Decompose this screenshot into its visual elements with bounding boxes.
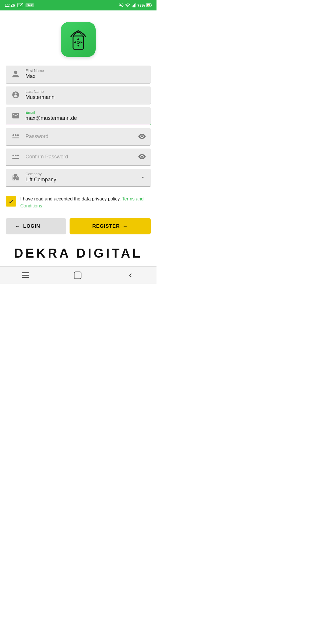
confirm-eye-icon[interactable] <box>138 153 146 161</box>
svg-rect-3 <box>134 4 135 8</box>
status-bar-right: 78% ⚡ <box>119 3 152 8</box>
wifi-icon <box>125 3 130 8</box>
svg-rect-0 <box>18 3 23 7</box>
buttons-area: ← LOGIN REGISTER → <box>0 212 156 237</box>
home-icon[interactable] <box>73 271 82 280</box>
svg-point-22 <box>15 155 17 156</box>
register-button[interactable]: REGISTER → <box>70 218 151 234</box>
svg-rect-4 <box>135 3 136 8</box>
terms-checkbox-area: I have read and accepted the data privac… <box>0 190 156 212</box>
confirm-password-placeholder: Confirm Password <box>26 154 133 160</box>
brand-text: DEKRA DIGITAL <box>0 237 156 266</box>
login-label: LOGIN <box>23 223 40 229</box>
person-icon <box>10 69 21 79</box>
company-value: Lift Company <box>26 177 135 183</box>
status-bar: 11:26 DeX 78% ⚡ <box>0 0 156 10</box>
svg-text:⚡: ⚡ <box>147 4 150 7</box>
email-label: Email <box>26 110 146 115</box>
first-name-content: First Name Max <box>26 68 146 79</box>
svg-rect-6 <box>151 5 152 6</box>
msg-icon <box>17 3 23 8</box>
arrow-right-icon: → <box>123 223 128 229</box>
battery-icon: ⚡ <box>146 3 152 7</box>
menu-icon[interactable] <box>22 272 29 278</box>
email-value: max@mustermann.de <box>26 115 146 121</box>
last-name-field[interactable]: Last Name Mustermann <box>6 86 151 104</box>
svg-rect-20 <box>12 138 19 138</box>
signal-icon <box>132 3 136 8</box>
back-icon[interactable] <box>126 271 134 279</box>
email-icon <box>10 111 21 121</box>
terms-text: I have read and accepted the data privac… <box>20 196 151 209</box>
first-name-label: First Name <box>26 68 146 73</box>
nav-bar <box>0 266 156 284</box>
svg-rect-1 <box>132 6 133 7</box>
svg-rect-2 <box>133 5 134 7</box>
app-icon <box>61 22 96 57</box>
company-field[interactable]: Company Lift Company <box>6 169 151 187</box>
svg-marker-11 <box>77 38 79 40</box>
svg-marker-13 <box>74 41 76 44</box>
email-field[interactable]: Email max@mustermann.de <box>6 107 151 125</box>
svg-rect-16 <box>77 41 79 43</box>
status-bar-left: 11:26 DeX <box>5 3 34 8</box>
confirm-password-content: Confirm Password <box>26 154 133 160</box>
dex-icon: DeX <box>26 3 34 7</box>
company-label: Company <box>26 172 135 176</box>
terms-checkbox[interactable] <box>6 196 16 207</box>
first-name-value: Max <box>26 73 146 79</box>
svg-point-18 <box>15 134 17 136</box>
svg-point-21 <box>12 155 14 156</box>
mute-icon <box>119 3 124 8</box>
battery-display: 78% <box>137 3 145 8</box>
login-button[interactable]: ← LOGIN <box>6 218 66 234</box>
time-display: 11:26 <box>5 3 15 8</box>
arrow-left-icon: ← <box>15 223 20 229</box>
register-label: REGISTER <box>92 223 120 229</box>
svg-point-17 <box>12 134 14 136</box>
remote-control-icon <box>67 28 90 51</box>
dropdown-arrow-icon[interactable] <box>140 174 146 180</box>
confirm-password-field[interactable]: Confirm Password <box>6 149 151 166</box>
password-placeholder: Password <box>26 133 133 140</box>
last-name-content: Last Name Mustermann <box>26 89 146 100</box>
confirm-password-icon <box>10 151 21 162</box>
contact-icon <box>10 90 21 100</box>
svg-marker-14 <box>81 41 83 44</box>
last-name-value: Mustermann <box>26 94 146 100</box>
company-content: Company Lift Company <box>26 172 135 183</box>
first-name-field[interactable]: First Name Max <box>6 66 151 84</box>
svg-marker-12 <box>77 45 79 47</box>
company-icon <box>10 172 21 182</box>
form-area: First Name Max Last Name Mustermann <box>0 66 156 187</box>
email-content: Email max@mustermann.de <box>26 110 146 121</box>
password-icon <box>10 131 21 142</box>
eye-icon[interactable] <box>138 132 146 140</box>
password-content: Password <box>26 133 133 140</box>
password-field[interactable]: Password <box>6 128 151 146</box>
svg-point-19 <box>17 134 19 136</box>
svg-point-9 <box>77 32 79 33</box>
svg-rect-25 <box>74 272 81 279</box>
app-icon-area <box>0 10 156 66</box>
svg-rect-24 <box>12 158 19 159</box>
last-name-label: Last Name <box>26 89 146 94</box>
svg-point-23 <box>17 155 19 156</box>
